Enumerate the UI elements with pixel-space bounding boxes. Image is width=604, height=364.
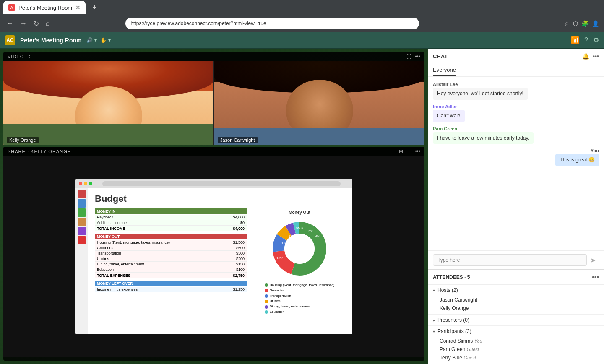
row-additional-value: $0 <box>240 221 245 225</box>
new-tab-button[interactable]: + <box>89 2 100 14</box>
chat-send-button[interactable]: ➤ <box>587 255 599 266</box>
participants-group-header[interactable]: ▾ Participants (3) <box>428 326 604 337</box>
attendee-terry: Terry Blue Guest <box>440 354 599 362</box>
money-in-header: MONEY IN <box>95 208 247 214</box>
pocket-icon[interactable]: ⬡ <box>573 20 578 27</box>
row-dining-label: Dining, travel, entertainment <box>97 262 144 266</box>
chat-input[interactable] <box>433 254 587 266</box>
chat-title: CHAT <box>433 53 448 60</box>
reload-button[interactable]: ↻ <box>32 18 41 29</box>
video-label-kelly: Kelly Orange <box>7 137 39 143</box>
presenters-group-header[interactable]: ▸ Presenters (0) <box>428 315 604 325</box>
home-button[interactable]: ⌂ <box>44 18 52 29</box>
attendees-title: ATTENDEES · 5 <box>433 274 470 280</box>
row-leftover-label: Income minus expenses <box>97 287 138 291</box>
address-bar[interactable]: https://ryce.preview.adobeconnect.com/pe… <box>125 18 419 29</box>
attendees-section: ATTENDEES · 5 ••• ▾ Hosts (2) Jason Cart… <box>428 270 604 364</box>
video-cell-kelly: Kelly Orange <box>3 61 213 145</box>
row-total-expenses-label: TOTAL EXPENSES <box>97 273 130 278</box>
app-bar-right: 📶 ? ⚙ <box>571 36 599 44</box>
app-bar-controls: 🔊 ▾ ✋ ▾ <box>86 37 111 43</box>
attendee-role-conrad: You <box>474 338 482 343</box>
svg-text:11%: 11% <box>281 242 288 245</box>
row-education-label: Education <box>97 268 114 272</box>
hand-control-button[interactable]: ✋ ▾ <box>100 37 111 43</box>
chat-tab-everyone[interactable]: Everyone <box>433 64 456 76</box>
attendee-name-jason: Jason Cartwright <box>440 297 477 303</box>
chat-more-button[interactable]: ••• <box>593 53 599 60</box>
row-paycheck-label: Paycheck <box>97 215 113 219</box>
row-additional-label: Additional income <box>97 221 127 225</box>
attendee-name-kelly: Kelly Orange <box>440 305 469 311</box>
row-utilities-value: $200 <box>236 257 245 261</box>
share-panel-title: SHARE · KELLY ORANGE <box>8 149 71 154</box>
url-text: https://ryce.preview.adobeconnect.com/pe… <box>130 21 266 26</box>
msg-sender-alistair: Alistair Lee <box>433 82 528 87</box>
left-panel: VIDEO · 2 ⛶ ••• Kelly Orange <box>0 49 428 364</box>
help-icon[interactable]: ? <box>584 36 588 44</box>
video-label-jason: Jason Cartwright <box>218 137 258 143</box>
money-out-header: MONEY OUT <box>95 234 247 239</box>
star-icon[interactable]: ☆ <box>564 20 570 27</box>
message-you: You This is great 😀 <box>555 148 599 166</box>
donut-chart: 55% 18% 11% 7% 5% 4% <box>268 217 331 280</box>
app-bar: AC Peter's Meeting Room 🔊 ▾ ✋ ▾ 📶 ? ⚙ <box>0 32 604 49</box>
account-icon[interactable]: 👤 <box>592 20 599 27</box>
row-housing-label: Housing (Rent, mortgage, taxes, insuranc… <box>97 240 170 244</box>
app-title: Peter's Meeting Room <box>20 37 81 44</box>
video-panel-title: VIDEO · 2 <box>8 54 32 59</box>
video-fullscreen-button[interactable]: ⛶ <box>406 54 411 60</box>
attendees-more-button[interactable]: ••• <box>592 273 599 281</box>
row-housing-value: $1,500 <box>233 240 245 244</box>
hosts-group-items: Jason Cartwright Kelly Orange <box>428 296 604 314</box>
attendee-name-terry: Terry Blue <box>440 355 462 361</box>
attendees-header: ATTENDEES · 5 ••• <box>428 270 604 285</box>
message-irene: Irene Adler Can't wait! <box>433 104 465 122</box>
app-logo: AC <box>5 35 15 45</box>
attendee-role-terry: Guest <box>463 355 476 360</box>
extension-icon[interactable]: 🧩 <box>581 20 588 27</box>
chat-tabs: Everyone <box>428 64 604 77</box>
chat-section: CHAT 🔔 ••• Everyone Alistair Lee Hey eve… <box>428 49 604 270</box>
tab-favicon: A <box>8 4 15 11</box>
video-panel-actions: ⛶ ••• <box>406 54 420 60</box>
chat-notification-button[interactable]: 🔔 <box>582 53 589 60</box>
share-panel: SHARE · KELLY ORANGE ⊞ ⛶ ••• <box>3 147 424 361</box>
forward-button[interactable]: → <box>18 18 29 29</box>
attendee-name-pam: Pam Green <box>440 346 465 352</box>
money-left-header: MONEY LEFT OVER <box>95 281 247 286</box>
tab-close-button[interactable]: ✕ <box>76 4 81 11</box>
participants-chevron-icon: ▾ <box>433 329 435 334</box>
share-fullscreen-button[interactable]: ⛶ <box>406 148 411 154</box>
main-content: VIDEO · 2 ⛶ ••• Kelly Orange <box>0 49 604 364</box>
row-transport-label: Transportation <box>97 251 121 255</box>
chat-input-area: ➤ <box>428 250 604 269</box>
audio-icon: 🔊 <box>86 37 93 43</box>
budget-title: Budget <box>95 193 346 204</box>
signal-icon[interactable]: 📶 <box>571 36 579 44</box>
browser-tab-bar: A Peter's Meeting Room ✕ + <box>0 0 604 15</box>
participants-group-label: Participants (3) <box>437 328 471 334</box>
video-grid: Kelly Orange Jason Cartwright <box>3 61 424 145</box>
audio-control-button[interactable]: 🔊 ▾ <box>86 37 97 43</box>
row-leftover-value: $1,250 <box>233 287 245 291</box>
attendees-group-hosts: ▾ Hosts (2) Jason Cartwright Kelly Orang… <box>428 285 604 315</box>
attendee-role-pam: Guest <box>467 347 479 352</box>
attendee-jason: Jason Cartwright <box>440 296 599 304</box>
share-more-button[interactable]: ••• <box>415 148 420 154</box>
video-cell-jason: Jason Cartwright <box>214 61 424 145</box>
settings-icon[interactable]: ⚙ <box>593 36 599 44</box>
back-button[interactable]: ← <box>5 18 15 29</box>
hosts-group-header[interactable]: ▾ Hosts (2) <box>428 285 604 296</box>
attendee-conrad: Conrad Simms You <box>440 337 599 345</box>
active-tab[interactable]: A Peter's Meeting Room ✕ <box>3 1 86 14</box>
message-pam: Pam Green I have to leave a few minutes … <box>433 126 534 144</box>
hand-icon: ✋ <box>100 37 107 43</box>
share-fit-button[interactable]: ⊞ <box>399 148 403 154</box>
right-panel: CHAT 🔔 ••• Everyone Alistair Lee Hey eve… <box>428 49 604 364</box>
msg-bubble-pam: I have to leave a few minutes early toda… <box>433 132 534 144</box>
presenters-chevron-icon: ▸ <box>433 318 435 322</box>
attendees-group-presenters: ▸ Presenters (0) <box>428 315 604 326</box>
video-more-button[interactable]: ••• <box>415 54 420 60</box>
tab-title: Peter's Meeting Room <box>18 5 72 11</box>
